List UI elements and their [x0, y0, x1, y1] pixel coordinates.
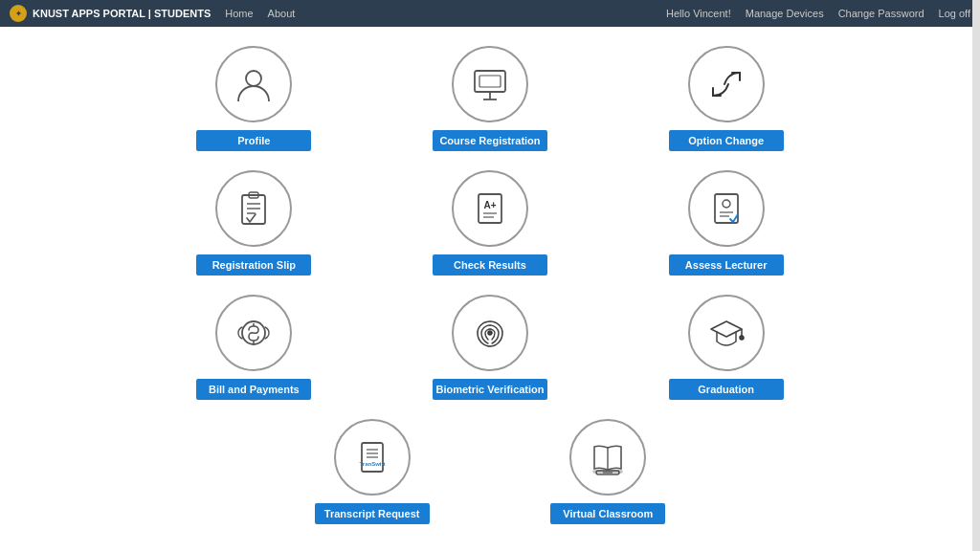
- portal-item-virtual-classroom[interactable]: Virtual Classroom: [509, 419, 707, 524]
- portal-item-graduation[interactable]: Graduation: [627, 295, 825, 400]
- portal-item-transcript[interactable]: TranSwift Transcript Request: [273, 419, 471, 524]
- option-change-icon-circle: [688, 46, 765, 122]
- bill-payments-icon-circle: [215, 295, 292, 371]
- transcript-button[interactable]: Transcript Request: [315, 503, 430, 524]
- svg-point-15: [723, 200, 730, 208]
- graduation-icon: [705, 312, 747, 354]
- book-icon: [587, 436, 629, 478]
- biometric-button[interactable]: Biometric Verification: [433, 379, 547, 400]
- svg-rect-5: [242, 195, 265, 224]
- navbar-right: Hello Vincent! Manage Devices Change Pas…: [666, 8, 970, 19]
- clipboard-icon: [233, 187, 275, 230]
- change-password-link[interactable]: Change Password: [838, 8, 924, 19]
- transcript-icon: TranSwift: [351, 436, 393, 478]
- arrows-icon: [705, 63, 747, 105]
- bill-icon: [233, 312, 275, 354]
- main-content: Profile Course Registration: [0, 27, 980, 551]
- biometric-icon-circle: [452, 295, 528, 371]
- brand: ✦ KNUST APPS PORTAL | STUDENTS: [10, 5, 211, 22]
- portal-item-profile[interactable]: Profile: [155, 46, 353, 151]
- assess-icon: [705, 187, 747, 230]
- portal-item-registration-slip[interactable]: Registration Slip: [155, 170, 353, 276]
- portal-item-course-registration[interactable]: Course Registration: [391, 46, 590, 151]
- profile-button[interactable]: Profile: [196, 130, 311, 151]
- home-link[interactable]: Home: [225, 8, 253, 19]
- navbar: ✦ KNUST APPS PORTAL | STUDENTS Home Abou…: [0, 0, 980, 27]
- bill-payments-button[interactable]: Bill and Payments: [196, 379, 311, 400]
- svg-point-21: [488, 331, 492, 335]
- greeting: Hello Vincent!: [666, 8, 731, 19]
- svg-point-24: [740, 336, 744, 340]
- logoff-link[interactable]: Log off: [939, 8, 970, 19]
- svg-rect-4: [479, 76, 501, 87]
- portal-item-biometric[interactable]: Biometric Verification: [391, 295, 590, 400]
- svg-rect-33: [593, 471, 622, 473]
- graduation-button[interactable]: Graduation: [669, 379, 784, 400]
- check-results-icon-circle: A+: [452, 170, 528, 247]
- brand-text: KNUST APPS PORTAL | STUDENTS: [33, 8, 211, 19]
- monitor-icon: [469, 63, 511, 105]
- results-icon: A+: [469, 187, 511, 230]
- portal-item-bill-payments[interactable]: Bill and Payments: [155, 295, 353, 400]
- portal-row-last: TranSwift Transcript Request Virtual Cla…: [77, 419, 903, 524]
- profile-icon-circle: [215, 46, 292, 122]
- registration-slip-button[interactable]: Registration Slip: [196, 254, 311, 276]
- fingerprint-icon: [469, 312, 511, 354]
- manage-devices-link[interactable]: Manage Devices: [746, 8, 824, 19]
- crest-icon: ✦: [10, 5, 27, 22]
- navbar-left: ✦ KNUST APPS PORTAL | STUDENTS Home Abou…: [10, 5, 295, 22]
- portal-item-assess-lecturer[interactable]: Assess Lecturer: [627, 170, 825, 276]
- svg-text:TranSwift: TranSwift: [359, 461, 385, 467]
- assess-lecturer-button[interactable]: Assess Lecturer: [669, 254, 784, 276]
- svg-text:A+: A+: [483, 200, 496, 210]
- assess-lecturer-icon-circle: [688, 170, 765, 247]
- course-registration-button[interactable]: Course Registration: [433, 130, 547, 151]
- virtual-classroom-icon-circle: [569, 419, 646, 496]
- reg-slip-icon-circle: [215, 170, 292, 247]
- svg-point-0: [246, 71, 261, 86]
- about-link[interactable]: About: [268, 8, 296, 19]
- course-reg-icon-circle: [452, 46, 528, 122]
- svg-marker-22: [711, 321, 742, 337]
- virtual-classroom-button[interactable]: Virtual Classroom: [550, 503, 665, 524]
- portal-item-check-results[interactable]: A+ Check Results: [391, 170, 590, 276]
- person-icon: [233, 63, 275, 105]
- portal-item-option-change[interactable]: Option Change: [627, 46, 825, 151]
- graduation-icon-circle: [688, 295, 765, 371]
- portal-grid: Profile Course Registration: [155, 46, 825, 400]
- check-results-button[interactable]: Check Results: [433, 254, 547, 276]
- option-change-button[interactable]: Option Change: [669, 130, 784, 151]
- transcript-icon-circle: TranSwift: [334, 419, 411, 496]
